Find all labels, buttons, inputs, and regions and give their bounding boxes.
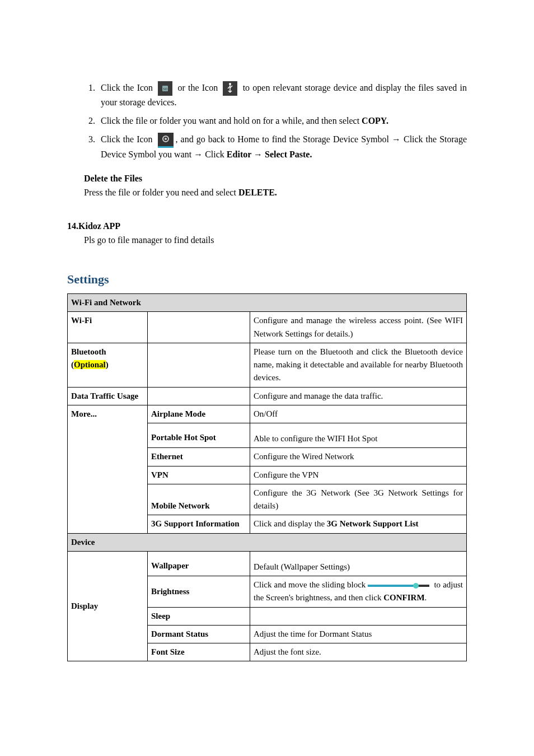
svg-point-6 bbox=[165, 138, 167, 140]
sub-label: Portable Hot Spot bbox=[148, 423, 250, 448]
sub-label: Ethernet bbox=[148, 448, 250, 466]
sub-label: Airplane Mode bbox=[148, 405, 250, 423]
text: ) bbox=[106, 360, 109, 369]
row-desc: Configure and manage the wireless access… bbox=[250, 312, 467, 343]
kidoz-heading: 14.Kidoz APP bbox=[67, 220, 467, 234]
section-wifi-network: Wi-Fi and Network bbox=[68, 294, 467, 312]
sub-label: Dormant Status bbox=[148, 625, 250, 643]
text: Click and move the sliding block bbox=[254, 580, 366, 589]
row-label: Bluetooth (Optional) bbox=[68, 343, 148, 387]
text: Bluetooth bbox=[71, 347, 106, 356]
row-desc: Configure the Wired Network bbox=[250, 448, 467, 466]
sub-label: Sleep bbox=[148, 607, 250, 625]
row-desc: Configure the VPN bbox=[250, 466, 467, 484]
svg-text:SD: SD bbox=[163, 87, 167, 91]
brightness-slider-icon bbox=[368, 583, 429, 589]
row-desc: Configure and manage the data traffic. bbox=[250, 387, 467, 405]
text: Click and display the bbox=[254, 519, 327, 528]
row-desc bbox=[250, 607, 467, 625]
row-wallpaper: Display Wallpaper Default (Wallpaper Set… bbox=[68, 551, 467, 576]
instruction-1: Click the Icon SD or the Icon to open re… bbox=[97, 81, 467, 110]
delete-files-heading: Delete the Files bbox=[84, 172, 467, 186]
usb-icon bbox=[223, 81, 237, 96]
row-wifi: Wi-Fi Configure and manage the wireless … bbox=[68, 312, 467, 343]
delete-label: DELETE. bbox=[238, 188, 277, 197]
copy-label: COPY. bbox=[362, 116, 388, 125]
sub-label: VPN bbox=[148, 466, 250, 484]
sd-card-icon: SD bbox=[158, 81, 172, 96]
row-label: Wi-Fi bbox=[68, 312, 148, 343]
confirm-label: CONFIRM bbox=[383, 593, 424, 602]
delete-files-body: Press the file or folder you need and se… bbox=[84, 186, 467, 200]
sub-label: Font Size bbox=[148, 643, 250, 661]
sub-label: Wallpaper bbox=[148, 551, 250, 576]
support-list-label: 3G Network Support List bbox=[327, 519, 419, 528]
row-desc: Configure the 3G Network (See 3G Network… bbox=[250, 484, 467, 515]
instruction-3: Click the Icon , and go back to Home to … bbox=[97, 133, 467, 162]
instruction-2: Click the file or folder you want and ho… bbox=[97, 114, 467, 128]
settings-table: Wi-Fi and Network Wi-Fi Configure and ma… bbox=[67, 293, 467, 661]
text: Click the Icon bbox=[101, 83, 156, 92]
kidoz-body: Pls go to file manager to find details bbox=[84, 234, 467, 248]
svg-point-4 bbox=[229, 83, 231, 85]
text: Click the Icon bbox=[101, 134, 156, 144]
row-desc: Click and move the sliding block to adju… bbox=[250, 576, 467, 608]
sub-label: 3G Support Information bbox=[148, 515, 250, 533]
row-data-traffic: Data Traffic Usage Configure and manage … bbox=[68, 387, 467, 405]
numbered-instructions: Click the Icon SD or the Icon to open re… bbox=[84, 81, 467, 162]
home-icon bbox=[158, 133, 174, 148]
row-desc: Adjust the time for Dormant Status bbox=[250, 625, 467, 643]
row-desc: Please turn on the Bluetooth and click t… bbox=[250, 343, 467, 387]
section-device: Device bbox=[68, 533, 467, 551]
row-desc: Click and display the 3G Network Support… bbox=[250, 515, 467, 533]
editor-label: Editor bbox=[227, 150, 251, 159]
text: → bbox=[251, 150, 265, 159]
text: or the Icon bbox=[177, 83, 221, 92]
text: Click the file or folder you want and ho… bbox=[101, 116, 362, 125]
text: . bbox=[425, 593, 427, 602]
row-desc: Adjust the font size. bbox=[250, 643, 467, 661]
row-airplane: More... Airplane Mode On/Off bbox=[68, 405, 467, 423]
row-label: Display bbox=[68, 551, 148, 661]
paste-label: Select Paste. bbox=[265, 150, 312, 159]
sub-label: Brightness bbox=[148, 576, 250, 608]
sub-label: Mobile Network bbox=[148, 484, 250, 515]
row-label: More... bbox=[68, 405, 148, 533]
row-bluetooth: Bluetooth (Optional) Please turn on the … bbox=[68, 343, 467, 387]
row-desc: On/Off bbox=[250, 405, 467, 423]
row-label: Data Traffic Usage bbox=[68, 387, 148, 405]
optional-highlight: Optional bbox=[74, 360, 106, 369]
row-desc: Able to configure the WIFI Hot Spot bbox=[250, 423, 467, 448]
settings-heading: Settings bbox=[67, 270, 467, 289]
text: Press the file or folder you need and se… bbox=[84, 188, 238, 197]
row-desc: Default (Wallpaper Settings) bbox=[250, 551, 467, 576]
